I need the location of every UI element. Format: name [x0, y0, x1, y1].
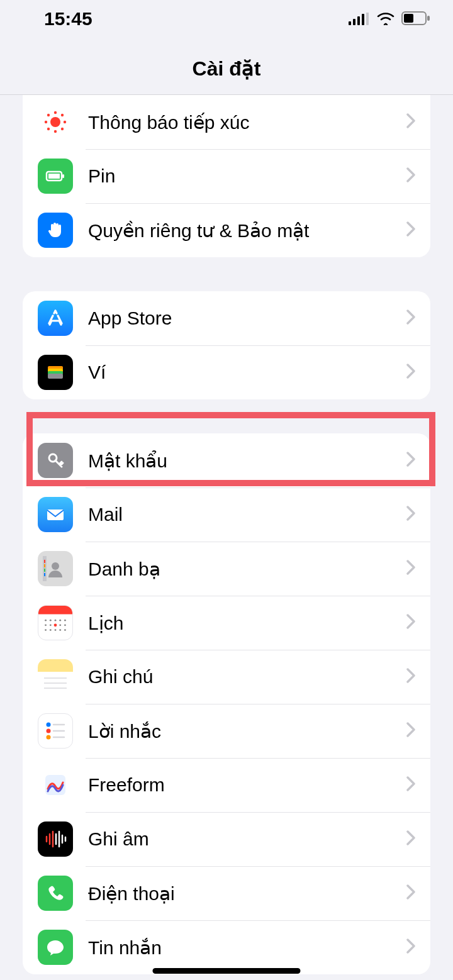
row-phone[interactable]: Điện thoại	[23, 866, 430, 920]
svg-point-9	[54, 111, 57, 114]
svg-rect-4	[366, 13, 369, 25]
row-wallet[interactable]: Ví	[23, 345, 430, 399]
svg-point-44	[55, 629, 57, 631]
settings-group-2: App Store Ví	[23, 291, 430, 399]
row-reminders[interactable]: Lời nhắc	[23, 704, 430, 758]
exposure-icon	[38, 104, 73, 140]
svg-rect-7	[427, 16, 430, 21]
chevron-right-icon	[406, 666, 415, 688]
battery-icon	[401, 8, 430, 30]
svg-point-42	[45, 629, 47, 631]
svg-rect-6	[404, 14, 413, 23]
settings-list: Thông báo tiếp xúc Pin Quyền riêng tư & …	[0, 95, 453, 974]
voice-memos-icon	[38, 821, 73, 857]
contacts-icon	[38, 551, 73, 586]
row-freeform[interactable]: Freeform	[23, 758, 430, 812]
battery-settings-icon	[38, 159, 73, 194]
row-mail[interactable]: Mail	[23, 487, 430, 542]
row-label: Lịch	[88, 612, 406, 634]
svg-point-38	[45, 624, 47, 626]
key-icon	[38, 443, 73, 478]
row-label: Lời nhắc	[88, 720, 406, 742]
calendar-icon	[38, 605, 73, 640]
svg-rect-2	[357, 16, 360, 25]
svg-point-16	[47, 114, 50, 116]
svg-point-14	[47, 128, 50, 130]
svg-rect-30	[44, 569, 45, 572]
row-calendar[interactable]: Lịch	[23, 596, 430, 650]
svg-point-8	[50, 117, 60, 127]
phone-icon	[38, 876, 73, 911]
home-indicator[interactable]	[153, 968, 301, 974]
svg-point-35	[55, 620, 57, 621]
svg-rect-23	[48, 374, 63, 379]
svg-point-41	[64, 624, 66, 626]
chevron-right-icon	[406, 720, 415, 742]
chevron-right-icon	[406, 362, 415, 383]
chevron-right-icon	[406, 220, 415, 241]
row-battery[interactable]: Pin	[23, 149, 430, 203]
svg-rect-32	[38, 606, 72, 615]
svg-point-52	[47, 729, 51, 733]
appstore-icon	[38, 301, 73, 336]
status-indicators	[349, 8, 430, 30]
chevron-right-icon	[406, 612, 415, 633]
status-bar: 15:45	[0, 0, 453, 38]
svg-rect-0	[349, 21, 351, 25]
row-messages[interactable]: Tin nhắn	[23, 920, 430, 974]
row-passwords[interactable]: Mật khẩu	[23, 433, 430, 487]
cellular-icon	[349, 8, 370, 30]
row-label: Quyền riêng tư & Bảo mật	[88, 220, 406, 242]
chevron-right-icon	[406, 883, 415, 904]
svg-point-43	[50, 629, 52, 631]
svg-point-10	[61, 114, 64, 116]
row-label: Mail	[88, 504, 406, 525]
svg-rect-19	[62, 174, 64, 178]
svg-rect-29	[44, 564, 45, 567]
chevron-right-icon	[406, 165, 415, 187]
chevron-right-icon	[406, 504, 415, 525]
settings-group-3: Mật khẩu Mail Danh bạ	[23, 433, 430, 974]
row-appstore[interactable]: App Store	[23, 291, 430, 345]
row-voice-memos[interactable]: Ghi âm	[23, 812, 430, 866]
row-label: Danh bạ	[88, 558, 406, 580]
svg-rect-18	[48, 174, 60, 179]
row-label: Ghi chú	[88, 666, 406, 688]
row-label: Ví	[88, 362, 406, 383]
row-label: Thông báo tiếp xúc	[88, 111, 406, 133]
row-label: App Store	[88, 308, 406, 329]
chevron-right-icon	[406, 558, 415, 579]
mail-icon	[38, 497, 73, 532]
svg-rect-25	[47, 509, 64, 520]
row-label: Freeform	[88, 774, 406, 796]
svg-point-51	[47, 723, 51, 727]
chevron-right-icon	[406, 450, 415, 471]
freeform-icon	[38, 767, 73, 803]
svg-rect-28	[44, 560, 45, 563]
svg-point-47	[54, 623, 57, 626]
wifi-icon	[376, 8, 395, 30]
settings-group-1: Thông báo tiếp xúc Pin Quyền riêng tư & …	[23, 95, 430, 257]
chevron-right-icon	[406, 308, 415, 329]
svg-point-33	[45, 620, 47, 621]
svg-rect-31	[44, 573, 45, 576]
row-privacy[interactable]: Quyền riêng tư & Bảo mật	[23, 203, 430, 257]
svg-point-45	[59, 629, 61, 631]
row-notes[interactable]: Ghi chú	[23, 650, 430, 704]
svg-point-46	[64, 629, 66, 631]
svg-point-37	[64, 620, 66, 621]
reminders-icon	[38, 713, 73, 749]
notes-icon	[38, 659, 73, 694]
status-time: 15:45	[44, 8, 92, 30]
chevron-right-icon	[406, 774, 415, 796]
row-label: Tin nhắn	[88, 937, 406, 959]
svg-point-36	[59, 620, 61, 621]
wallet-icon	[38, 355, 73, 390]
svg-point-13	[54, 130, 57, 133]
svg-rect-3	[362, 14, 364, 25]
row-exposure-notifications[interactable]: Thông báo tiếp xúc	[23, 95, 430, 149]
chevron-right-icon	[406, 111, 415, 133]
svg-point-26	[52, 562, 59, 570]
row-contacts[interactable]: Danh bạ	[23, 542, 430, 596]
row-label: Điện thoại	[88, 883, 406, 905]
